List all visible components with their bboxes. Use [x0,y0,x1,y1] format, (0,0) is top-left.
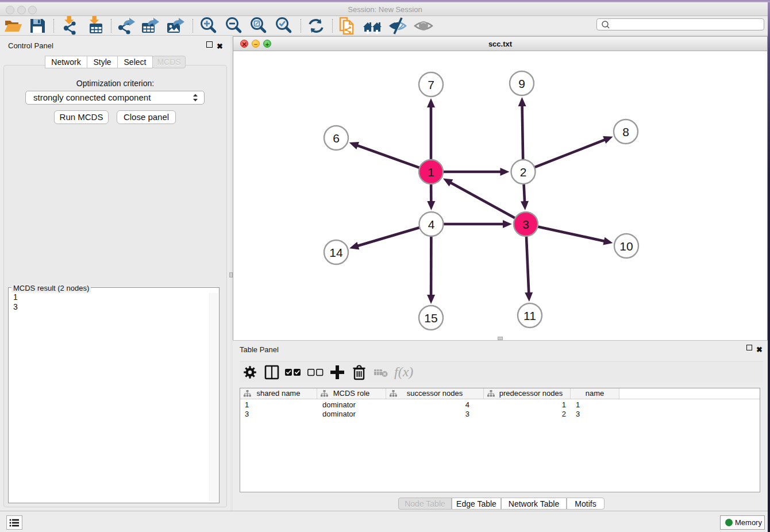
svg-text:f(x): f(x) [394,364,413,379]
svg-text:1: 1 [428,165,434,179]
svg-text:15: 15 [424,311,437,325]
svg-text:11: 11 [523,309,536,322]
svg-text:4: 4 [428,218,435,231]
svg-text:8: 8 [622,125,629,138]
svg-text:7: 7 [428,78,434,91]
svg-text:3: 3 [522,218,529,231]
svg-text:9: 9 [518,77,525,90]
svg-text:2: 2 [520,165,527,179]
svg-text:14: 14 [329,246,343,259]
svg-text:6: 6 [333,132,340,145]
svg-text:10: 10 [619,240,633,253]
